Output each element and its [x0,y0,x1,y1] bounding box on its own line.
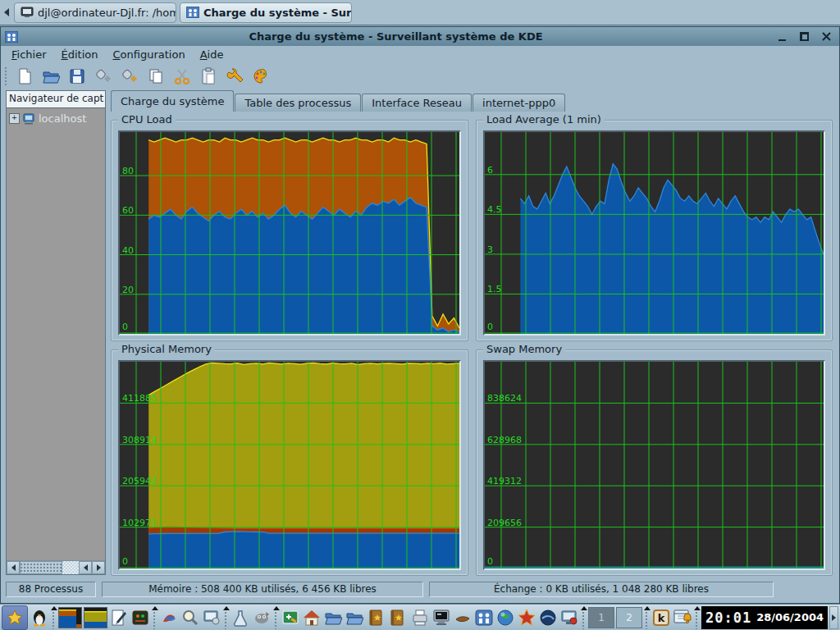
launcher-folder-2[interactable] [345,608,364,628]
clock-date: 28/06/2004 [756,611,824,623]
pager-desktop-2[interactable]: 2 [616,607,642,628]
clipboard-icon [199,67,217,85]
configure-button[interactable] [224,66,244,86]
svg-text:1.5: 1.5 [487,284,502,294]
connect-plug-icon [94,67,112,85]
tab-table-des-processus[interactable]: Table des processus [235,94,361,112]
connect-host-button[interactable] [93,66,113,86]
menu-edition[interactable]: Édition [55,47,105,62]
cut-button[interactable] [171,66,192,86]
launcher-gimp[interactable] [252,608,272,628]
up-arrow-icon [644,606,651,610]
launcher-ksysguard[interactable] [474,608,494,628]
worksheet-grid: CPU Load 020406080 Load Average (1 min) … [109,112,836,575]
new-worksheet-button[interactable] [14,66,34,86]
tray-organizer-alarm[interactable] [673,608,692,628]
launcher-media-app[interactable] [130,608,150,628]
tab-interface-reseau[interactable]: Interface Reseau [362,94,472,112]
titlebar[interactable]: Charge du système - Surveillant système … [1,27,839,46]
top-taskbar: djl@ordinateur-Djl.fr: /home/ Charge du … [0,0,840,25]
launcher-text-editor[interactable] [109,608,129,628]
svg-text:0: 0 [487,322,493,332]
systray-handle[interactable] [644,606,650,629]
svg-text:0: 0 [122,556,128,567]
panel-hide-button[interactable] [829,606,838,629]
taskbar-window-ksysguard[interactable]: Charge du système - Sur [180,2,352,23]
swap-memory-chart: 0209656419312628968838624 [483,360,825,570]
hscroll-left-button-2[interactable] [79,561,92,574]
maximize-button[interactable] [796,30,813,43]
launcher-printer[interactable] [410,608,430,628]
launcher-home[interactable] [302,608,322,628]
menu-configuration[interactable]: Configuration [106,47,191,62]
minimize-button[interactable] [774,30,791,43]
scissors-icon [173,67,191,85]
applet-handle[interactable] [223,606,229,629]
memory-graph-applet[interactable] [84,607,107,628]
save-worksheet-button[interactable] [66,66,87,86]
clock-handle[interactable] [694,606,700,629]
hscroll-right-button[interactable] [92,561,105,574]
tray-k-clipboard[interactable]: k [651,608,671,628]
launcher-folder-1[interactable] [323,608,343,628]
hscroll-track[interactable] [62,561,79,574]
hscroll-thumb[interactable] [20,561,62,574]
new-document-icon [16,67,34,85]
menu-aide[interactable]: Aide [194,47,231,62]
groupbox-swap-memory-title: Swap Memory [483,343,565,355]
taskbar-scroll-left-button[interactable] [2,2,11,22]
toolbar-handle[interactable] [4,66,8,86]
cpu-graph-applet[interactable] [58,607,82,628]
physical-memory-chart: 0102971205942308914411885 [118,360,461,570]
pager-desktop-1[interactable]: 1 [588,607,614,628]
tree-item-localhost[interactable]: + localhost [7,108,105,129]
taskbar-window-terminal[interactable]: djl@ordinateur-Djl.fr: /home/ [14,2,176,23]
launcher-app-ribbon[interactable] [159,608,179,628]
launcher-dark-globe[interactable] [538,608,558,628]
groupbox-cpu-load-title: CPU Load [118,113,176,126]
menu-fichier[interactable]: Fichier [5,47,53,62]
k-letter-icon: k [653,609,669,626]
tab-charge-du-systeme[interactable]: Charge du système [111,90,234,112]
applet-handle[interactable] [152,606,158,629]
pager-handle[interactable] [581,606,587,629]
memory-minigraph-icon [84,608,107,628]
disconnect-host-button[interactable] [119,66,139,86]
window-title: Charge du système - Surveillant système … [23,30,769,43]
launcher-red-star[interactable] [517,608,536,628]
applet-handle[interactable] [51,606,57,629]
launcher-paint-board[interactable] [281,608,300,628]
sensor-browser: Navigateur de capt + localhost [6,90,106,575]
copy-button[interactable] [145,66,166,86]
sensor-browser-header[interactable]: Navigateur de capt [7,91,105,108]
svg-text:20: 20 [122,285,134,295]
launcher-science-flask[interactable] [231,608,250,628]
launcher-screen-session[interactable] [559,608,579,628]
launcher-globe[interactable] [495,608,515,628]
launcher-tux[interactable] [30,608,49,628]
k-menu-button[interactable] [2,605,28,630]
right-arrow-icon [97,564,101,571]
open-worksheet-button[interactable] [40,66,61,86]
folder-icon [324,609,342,627]
board-icon [281,609,299,627]
launcher-find[interactable] [180,608,200,628]
launcher-terminal[interactable] [431,608,451,628]
clock-applet[interactable]: 20:01 28/06/2004 [701,606,828,629]
paste-button[interactable] [198,66,218,86]
tree-item-label: localhost [39,112,86,125]
applet-handle[interactable] [273,606,279,629]
launcher-display-capture[interactable] [202,608,221,628]
tab-internet-ppp0[interactable]: internet-ppp0 [472,94,565,112]
launcher-handbook-2[interactable] [387,608,407,628]
hscroll-left-button[interactable] [7,561,20,574]
groupbox-cpu-load: CPU Load 020406080 [111,120,468,341]
tree-expander[interactable]: + [9,113,20,124]
close-button[interactable] [818,30,835,43]
launcher-handbook-1[interactable] [366,608,386,628]
left-arrow-icon [4,8,9,16]
appearance-button[interactable] [250,66,271,86]
launcher-wood-tool[interactable] [453,608,472,628]
up-arrow-icon [51,606,57,610]
open-folder-icon [42,67,60,85]
